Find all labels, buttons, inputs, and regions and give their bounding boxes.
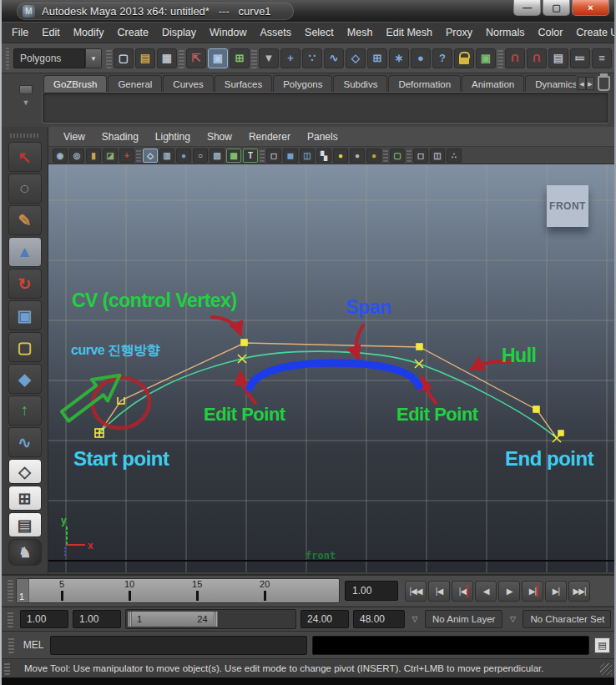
highlight-selection-icon[interactable]: ▣ bbox=[476, 48, 496, 68]
step-forward-frame-button[interactable]: ▶| bbox=[545, 581, 567, 602]
film-gate-icon[interactable]: ▥ bbox=[159, 149, 174, 163]
checker-icon[interactable]: ▚ bbox=[316, 149, 331, 163]
snap-grid-icon[interactable]: + bbox=[280, 48, 300, 68]
go-to-end-button[interactable]: ▶▶| bbox=[568, 581, 590, 602]
panel-menu-shading[interactable]: Shading bbox=[93, 131, 147, 143]
drag-handle[interactable] bbox=[179, 48, 184, 68]
open-scene-icon[interactable]: ▤ bbox=[135, 48, 155, 68]
menu-window[interactable]: Window bbox=[203, 23, 253, 43]
four-pane-layout-button[interactable]: ⊞ bbox=[8, 486, 42, 511]
shelf-tab-polygons[interactable]: Polygons bbox=[273, 75, 332, 92]
drag-handle[interactable] bbox=[497, 48, 503, 68]
command-line-label[interactable]: MEL bbox=[22, 639, 45, 651]
construction-history-icon[interactable]: ∗ bbox=[389, 48, 409, 68]
move-tool[interactable]: ▲ bbox=[8, 237, 42, 267]
menu-create-uvs[interactable]: Create UVs bbox=[569, 23, 616, 43]
outliner-layout-button[interactable]: ▤ bbox=[8, 512, 42, 537]
animation-end-field[interactable]: 48.00 bbox=[353, 610, 405, 628]
isolate-cube-icon[interactable]: ◻ bbox=[413, 149, 428, 163]
range-end-handle[interactable] bbox=[214, 612, 218, 627]
panel-menu-renderer[interactable]: Renderer bbox=[240, 131, 299, 143]
menu-set-selector[interactable]: Polygons ▼ bbox=[13, 48, 102, 68]
key-light-icon[interactable]: ● bbox=[333, 149, 348, 163]
shelf-tab-surfaces[interactable]: Surfaces bbox=[215, 75, 272, 92]
shelf-tab-subdivs[interactable]: Subdivs bbox=[333, 75, 387, 92]
menu-color[interactable]: Color bbox=[531, 23, 569, 43]
menu-mesh[interactable]: Mesh bbox=[341, 23, 380, 43]
time-slider[interactable]: 1 5101520 bbox=[16, 578, 340, 603]
snap-magnet-grid-icon[interactable]: U bbox=[505, 48, 525, 68]
chevron-down-icon[interactable]: ▼ bbox=[85, 48, 102, 68]
go-to-start-button[interactable]: |◀◀ bbox=[405, 581, 427, 602]
range-slider[interactable]: 1 24 bbox=[125, 609, 296, 629]
image-plane-icon[interactable]: ◪ bbox=[103, 149, 118, 163]
drag-handle[interactable] bbox=[383, 149, 388, 162]
shelf-tab-general[interactable]: General bbox=[108, 75, 162, 92]
menu-assets[interactable]: Assets bbox=[254, 23, 299, 43]
titlebar[interactable]: M Autodesk Maya 2013 x64: untitled* --- … bbox=[2, 0, 614, 22]
panel-menu-lighting[interactable]: Lighting bbox=[147, 131, 199, 143]
play-forwards-button[interactable]: ▶ bbox=[498, 581, 520, 602]
drag-handle[interactable] bbox=[8, 637, 14, 653]
drag-handle[interactable] bbox=[8, 580, 13, 602]
snap-planes-icon[interactable]: ◇ bbox=[346, 48, 366, 68]
drag-handle[interactable] bbox=[106, 48, 112, 68]
soft-modification-tool[interactable]: ◆ bbox=[8, 364, 42, 394]
minimize-button[interactable]: — bbox=[513, 0, 541, 16]
isolate-select-icon[interactable]: ◻ bbox=[266, 149, 281, 163]
xray-icon[interactable]: ▨ bbox=[210, 149, 225, 163]
lock-icon[interactable] bbox=[454, 48, 474, 68]
shelf-tab-dynamics[interactable]: Dynamics bbox=[525, 75, 576, 92]
show-manipulator-tool[interactable]: ↑ bbox=[8, 395, 42, 426]
bookmark-icon[interactable]: ▮ bbox=[86, 149, 101, 163]
camera-attributes-icon[interactable]: ◎ bbox=[69, 149, 84, 163]
shaded-mode-icon[interactable]: ● bbox=[176, 149, 191, 163]
hull-polyline[interactable] bbox=[99, 343, 557, 438]
shelf-tab-gozbrush[interactable]: GoZBrush bbox=[43, 75, 107, 92]
close-button[interactable]: × bbox=[572, 0, 609, 16]
new-scene-icon[interactable]: ▢ bbox=[114, 48, 134, 68]
flat-light-icon[interactable]: ● bbox=[350, 149, 365, 163]
step-forward-key-button[interactable]: ▶| bbox=[522, 581, 543, 602]
step-back-frame-button[interactable]: |◀ bbox=[428, 581, 450, 602]
universal-manipulator-tool[interactable]: ▢ bbox=[8, 332, 42, 362]
drag-handle[interactable] bbox=[136, 149, 141, 162]
select-region-icon[interactable]: ▢ bbox=[390, 149, 405, 163]
single-pane-layout-button[interactable]: ◇ bbox=[8, 459, 42, 484]
select-hierarchy-icon[interactable]: ⇱ bbox=[186, 48, 206, 68]
chevron-down-icon[interactable]: ▽ bbox=[409, 615, 421, 623]
play-backwards-button[interactable]: ◀ bbox=[475, 581, 497, 602]
curve-markers[interactable] bbox=[95, 340, 563, 442]
anim-layer-button[interactable]: No Anim Layer bbox=[425, 610, 502, 628]
snap-points-icon[interactable]: ∵ bbox=[302, 48, 322, 68]
chevron-down-icon[interactable]: ▽ bbox=[507, 615, 518, 623]
menu-create[interactable]: Create bbox=[111, 23, 156, 43]
xray-cube-icon[interactable]: ◫ bbox=[430, 149, 445, 163]
playback-start-field[interactable]: 1.00 bbox=[73, 610, 121, 628]
viewport-canvas[interactable]: y x CV (control Vertex) Span Hull Edit P… bbox=[48, 164, 616, 572]
shelf-scroll-right[interactable]: ▶ bbox=[586, 77, 594, 90]
view-cube-front-plate[interactable]: FRONT bbox=[547, 185, 588, 227]
share-view-icon[interactable]: ∴ bbox=[447, 149, 462, 163]
rotate-tool[interactable]: ↻ bbox=[8, 269, 42, 299]
lasso-select-tool[interactable]: ◌ bbox=[8, 174, 42, 204]
drag-handle[interactable] bbox=[251, 48, 257, 68]
range-start-handle[interactable] bbox=[128, 612, 132, 627]
menu-normals[interactable]: Normals bbox=[479, 23, 532, 43]
menu-select[interactable]: Select bbox=[298, 23, 341, 43]
drag-handle[interactable] bbox=[8, 611, 13, 627]
drag-handle[interactable] bbox=[4, 662, 10, 675]
shelf-tab-curves[interactable]: Curves bbox=[163, 75, 213, 92]
save-scene-icon[interactable]: ▦ bbox=[157, 48, 177, 68]
last-tool-used[interactable]: ∿ bbox=[8, 427, 42, 457]
dragon-logo-button[interactable]: ♞ bbox=[8, 539, 42, 566]
tool-settings-icon[interactable]: ≔ bbox=[570, 48, 590, 68]
select-object-icon[interactable]: ▣ bbox=[208, 48, 228, 68]
flat-shade-icon[interactable]: ○ bbox=[193, 149, 208, 163]
two-d-pan-icon[interactable]: + bbox=[119, 149, 134, 163]
menu-edit-mesh[interactable]: Edit Mesh bbox=[379, 23, 439, 43]
select-component-icon[interactable]: ⊞ bbox=[230, 48, 250, 68]
select-tool[interactable]: ↖ bbox=[8, 142, 42, 172]
wireframe-mode-icon[interactable]: ◇ bbox=[143, 149, 158, 163]
shelf-content[interactable] bbox=[42, 92, 609, 123]
